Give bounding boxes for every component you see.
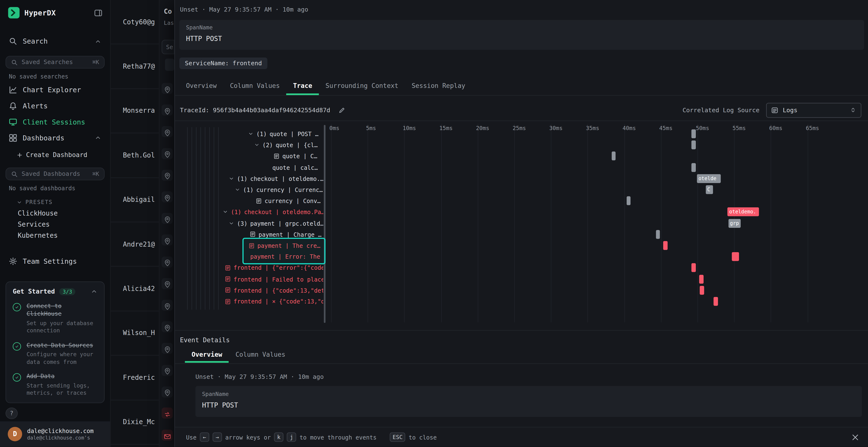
sidebar-nav: Chart ExplorerAlertsClient SessionsDashb… xyxy=(0,80,110,144)
sidebar-item-alerts[interactable]: Alerts xyxy=(0,100,110,112)
saved-dashboards-input[interactable]: Saved Dashboards ⌘K xyxy=(5,168,105,180)
session-list-item[interactable]: Coty60@g xyxy=(111,0,159,44)
session-name: Dixie_Mc xyxy=(123,418,155,426)
session-name: Alicia42 xyxy=(123,285,155,293)
map-pin-icon[interactable] xyxy=(161,278,173,289)
sidebar-item-dashboards[interactable]: Dashboards xyxy=(0,132,110,144)
span-name-card: SpanName HTTP POST xyxy=(179,20,864,50)
session-list-item[interactable]: Andre21@ xyxy=(111,222,159,267)
service-name-chip[interactable]: ServiceName: frontend xyxy=(179,58,268,69)
span-duration-bar[interactable] xyxy=(612,152,616,161)
map-pin-icon[interactable] xyxy=(161,191,173,202)
session-name: Beth.Gol xyxy=(123,151,155,159)
sidebar-preset-services[interactable]: Services xyxy=(18,219,110,230)
map-pin-icon[interactable] xyxy=(161,365,173,376)
sidebar-item-chart-explorer[interactable]: Chart Explorer xyxy=(0,83,110,96)
map-pin-icon[interactable] xyxy=(161,170,173,181)
span-duration-bar[interactable] xyxy=(692,264,696,272)
tab-trace[interactable]: Trace xyxy=(286,77,319,95)
trace-header-row: TraceId: 956f3b4a44b03aa4daf946242554d87… xyxy=(180,100,861,121)
collapse-sidebar-icon[interactable] xyxy=(94,9,102,17)
get-started-header[interactable]: Get Started 3/3 xyxy=(13,288,97,296)
map-pin-icon[interactable] xyxy=(161,321,173,332)
tab-session-replay[interactable]: Session Replay xyxy=(405,77,472,95)
tab-overview[interactable]: Overview xyxy=(179,77,223,95)
session-list-item[interactable]: Retha77@ xyxy=(111,44,159,89)
span-duration-bar[interactable] xyxy=(732,252,739,261)
sidebar-item-client-sessions[interactable]: Client Sessions xyxy=(0,115,110,128)
session-name: Coty60@g xyxy=(123,18,155,26)
footer-text: arrow keys or xyxy=(225,434,271,441)
shortcut-hint: ⌘K xyxy=(92,171,99,177)
map-pin-icon[interactable] xyxy=(161,213,173,224)
get-started-item-desc: Start sending logs, metrics, or traces xyxy=(27,382,97,397)
session-list: Coty60@gRetha77@MonserraBeth.GolAbbigail… xyxy=(111,0,159,447)
logs-icon xyxy=(771,106,778,114)
span-duration-bar[interactable] xyxy=(700,286,704,295)
sidebar-item-team-settings[interactable]: Team Settings xyxy=(0,255,110,267)
panel-footer: Use ← → arrow keys or k j to move throug… xyxy=(175,427,868,447)
tab-surrounding-context[interactable]: Surrounding Context xyxy=(319,77,405,95)
session-list-item[interactable]: Monserra xyxy=(111,89,159,133)
span-duration-bar[interactable] xyxy=(663,241,668,250)
session-list-item[interactable]: Alicia42 xyxy=(111,267,159,311)
span-duration-bar[interactable]: oteldemo. xyxy=(727,208,759,216)
map-pin-icon[interactable] xyxy=(161,343,173,354)
map-pin-icon[interactable] xyxy=(161,126,173,137)
span-duration-bar[interactable] xyxy=(656,230,660,239)
span-duration-bar[interactable]: otelde xyxy=(697,174,721,183)
create-dashboard-label: Create Dashboard xyxy=(26,151,87,159)
edit-trace-icon[interactable] xyxy=(338,106,345,114)
span-duration-bar[interactable]: C xyxy=(706,185,713,194)
span-duration-bar[interactable] xyxy=(692,129,696,138)
event-tab-column-values[interactable]: Column Values xyxy=(229,347,292,363)
user-menu[interactable]: D dale@clickhouse.com dale@clickhouse.co… xyxy=(0,421,110,447)
footer-text: to move through events xyxy=(300,434,376,441)
event-tab-overview[interactable]: Overview xyxy=(185,347,229,363)
map-pin-icon[interactable] xyxy=(161,148,173,159)
session-list-item[interactable]: Frederic xyxy=(111,356,159,400)
no-saved-searches-text: No saved searches xyxy=(9,73,101,80)
get-started-item-title: Add Data xyxy=(27,373,97,380)
create-dashboard-button[interactable]: Create Dashboard xyxy=(17,151,110,159)
map-pin-icon[interactable] xyxy=(161,83,173,94)
tab-column-values[interactable]: Column Values xyxy=(223,77,286,95)
map-pin-icon[interactable] xyxy=(161,300,173,311)
tree-scrollbar[interactable] xyxy=(324,125,326,323)
session-list-item[interactable]: Wilson_H xyxy=(111,311,159,356)
correlated-log-source-label: Correlated Log Source xyxy=(683,106,760,114)
sidebar-preset-kubernetes[interactable]: Kubernetes xyxy=(18,230,110,241)
event-details-meta: Unset · May 27 9:35:57 AM · 10m ago xyxy=(195,373,323,381)
map-pin-icon[interactable] xyxy=(161,235,173,246)
log-source-select[interactable]: Logs xyxy=(766,103,862,117)
session-list-item[interactable]: Dixie_Mc xyxy=(111,400,159,445)
session-list-item[interactable]: Abbigail xyxy=(111,178,159,222)
sidebar-item-label: Team Settings xyxy=(23,257,77,265)
user-email: dale@clickhouse.com xyxy=(27,427,94,435)
span-duration-bar[interactable] xyxy=(692,163,696,172)
span-duration-bar[interactable] xyxy=(626,196,630,205)
get-started-title: Get Started xyxy=(13,288,55,296)
swap-icon[interactable] xyxy=(161,408,173,419)
map-pin-icon[interactable] xyxy=(161,105,173,115)
span-duration-bar[interactable] xyxy=(692,141,696,149)
sidebar-item-search[interactable]: Search xyxy=(0,35,110,47)
chevron-up-icon xyxy=(95,38,101,44)
help-button[interactable]: ? xyxy=(5,408,18,419)
sidebar-preset-clickhouse[interactable]: ClickHouse xyxy=(18,208,110,219)
occluded-text-fragment: Co xyxy=(164,8,172,15)
saved-searches-placeholder: Saved Searches xyxy=(22,59,73,66)
map-pin-icon[interactable] xyxy=(161,256,173,267)
saved-searches-input[interactable]: Saved Searches ⌘K xyxy=(5,56,105,69)
map-pin-icon[interactable] xyxy=(161,386,173,398)
close-icon[interactable] xyxy=(851,433,859,441)
presets-list: ClickHouseServicesKubernetes xyxy=(0,208,110,241)
presets-toggle[interactable]: PRESETS xyxy=(17,199,110,205)
span-duration-bar[interactable] xyxy=(714,297,718,306)
mail-icon[interactable] xyxy=(161,429,173,441)
span-duration-bar[interactable] xyxy=(699,275,703,283)
search-icon xyxy=(11,171,18,177)
span-duration-bar[interactable]: grp xyxy=(728,219,741,228)
sidebar: HyperDX Search Saved Searches ⌘K No save… xyxy=(0,0,111,447)
session-list-item[interactable]: Beth.Gol xyxy=(111,133,159,178)
